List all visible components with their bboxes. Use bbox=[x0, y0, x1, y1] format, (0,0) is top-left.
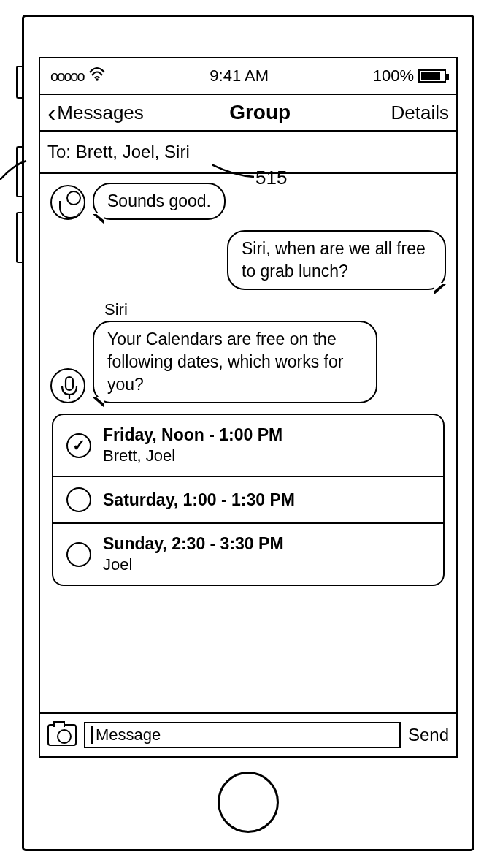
radio-icon bbox=[66, 542, 91, 567]
option-title: Sunday, 2:30 - 3:30 PM bbox=[103, 534, 284, 554]
radio-checked-icon bbox=[66, 433, 91, 458]
nav-bar: ‹ Messages Group Details bbox=[40, 94, 456, 132]
callout-515: 515 bbox=[255, 167, 287, 189]
avatar-contact-icon bbox=[50, 185, 85, 220]
option-title: Saturday, 1:00 - 1:30 PM bbox=[103, 490, 295, 510]
message-input[interactable]: Message bbox=[84, 722, 401, 748]
to-field-text: To: Brett, Joel, Siri bbox=[47, 142, 190, 161]
back-label: Messages bbox=[57, 102, 144, 124]
message-outgoing-1: Siri, when are we all free to grab lunch… bbox=[50, 230, 446, 290]
back-button[interactable]: ‹ Messages bbox=[47, 100, 144, 125]
input-bar: Message Send bbox=[40, 712, 456, 756]
battery-icon bbox=[418, 69, 446, 83]
sender-label-siri: Siri bbox=[104, 300, 446, 319]
option-title: Friday, Noon - 1:00 PM bbox=[103, 425, 282, 445]
send-button[interactable]: Send bbox=[408, 725, 449, 745]
radio-icon bbox=[66, 487, 91, 512]
status-time: 9:41 AM bbox=[210, 66, 269, 85]
conversation: Sounds good. Siri, when are we all free … bbox=[40, 174, 456, 593]
message-placeholder: Message bbox=[96, 726, 161, 745]
option-row-1[interactable]: Saturday, 1:00 - 1:30 PM bbox=[53, 476, 443, 522]
message-siri: Your Calendars are free on the following… bbox=[50, 321, 446, 403]
bubble-2: Siri, when are we all free to grab lunch… bbox=[227, 230, 446, 290]
avatar-siri-icon bbox=[50, 368, 85, 403]
ringer-switch bbox=[16, 66, 22, 99]
option-sub: Brett, Joel bbox=[103, 446, 282, 465]
chevron-left-icon: ‹ bbox=[47, 100, 55, 125]
callout-line-515-left bbox=[0, 159, 226, 189]
status-bar: ooooo 9:41 AM 100% bbox=[40, 58, 456, 94]
nav-title: Group bbox=[229, 101, 291, 124]
signal-dots: ooooo bbox=[50, 68, 84, 85]
bubble-3: Your Calendars are free on the following… bbox=[93, 321, 377, 403]
phone-frame: ooooo 9:41 AM 100% ‹ Messages Group Deta… bbox=[22, 15, 474, 851]
camera-icon[interactable] bbox=[47, 724, 77, 746]
option-sub: Joel bbox=[103, 555, 284, 574]
options-card: Friday, Noon - 1:00 PM Brett, Joel Satur… bbox=[52, 414, 445, 586]
svg-point-0 bbox=[96, 78, 99, 81]
details-button[interactable]: Details bbox=[391, 102, 449, 124]
svg-rect-1 bbox=[66, 377, 73, 390]
option-row-2[interactable]: Sunday, 2:30 - 3:30 PM Joel bbox=[53, 522, 443, 585]
battery-percent: 100% bbox=[373, 66, 414, 85]
option-row-0[interactable]: Friday, Noon - 1:00 PM Brett, Joel bbox=[53, 415, 443, 476]
volume-down-button bbox=[16, 212, 22, 263]
wifi-icon bbox=[88, 66, 106, 85]
home-button[interactable] bbox=[218, 772, 279, 833]
